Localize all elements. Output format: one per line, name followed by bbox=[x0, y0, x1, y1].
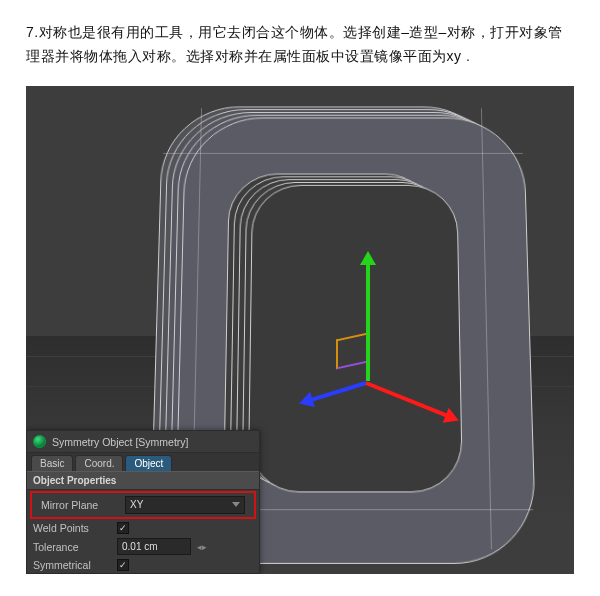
tutorial-step-text: 7.对称也是很有用的工具，用它去闭合这个物体。选择创建–造型–对称，打开对象管理… bbox=[26, 20, 574, 68]
c4d-viewport-screenshot: Symmetry Object [Symmetry] Basic Coord. … bbox=[26, 86, 574, 574]
symmetrical-checkbox[interactable]: ✓ bbox=[117, 559, 129, 571]
gizmo-x-axis[interactable] bbox=[365, 381, 450, 418]
mirror-plane-dropdown[interactable]: XY bbox=[125, 496, 245, 514]
panel-title-text: Symmetry Object [Symmetry] bbox=[52, 436, 189, 448]
row-mirror-plane: Mirror Plane XY bbox=[35, 494, 251, 516]
attributes-panel: Symmetry Object [Symmetry] Basic Coord. … bbox=[26, 430, 260, 574]
tab-basic[interactable]: Basic bbox=[31, 455, 73, 471]
tab-object[interactable]: Object bbox=[125, 455, 172, 471]
tab-coord[interactable]: Coord. bbox=[75, 455, 123, 471]
panel-tabs: Basic Coord. Object bbox=[27, 453, 259, 471]
axis-gizmo[interactable] bbox=[326, 281, 466, 421]
symmetry-icon bbox=[33, 435, 46, 448]
weld-points-label: Weld Points bbox=[33, 522, 111, 534]
row-weld-points: Weld Points ✓ bbox=[27, 520, 259, 536]
tolerance-field[interactable]: 0.01 cm bbox=[117, 538, 191, 555]
panel-title-bar: Symmetry Object [Symmetry] bbox=[27, 431, 259, 453]
mirror-plane-label: Mirror Plane bbox=[41, 499, 119, 511]
tolerance-label: Tolerance bbox=[33, 541, 111, 553]
symmetrical-label: Symmetrical bbox=[33, 559, 111, 571]
mirror-plane-highlight: Mirror Plane XY bbox=[30, 491, 256, 519]
row-tolerance: Tolerance 0.01 cm ◂▸ bbox=[27, 536, 259, 557]
weld-points-checkbox[interactable]: ✓ bbox=[117, 522, 129, 534]
gizmo-plane-handle[interactable] bbox=[336, 333, 368, 370]
row-symmetrical: Symmetrical ✓ bbox=[27, 557, 259, 573]
section-object-properties: Object Properties bbox=[27, 471, 259, 490]
tolerance-stepper-icon[interactable]: ◂▸ bbox=[197, 542, 207, 552]
gizmo-y-axis[interactable] bbox=[366, 261, 370, 381]
